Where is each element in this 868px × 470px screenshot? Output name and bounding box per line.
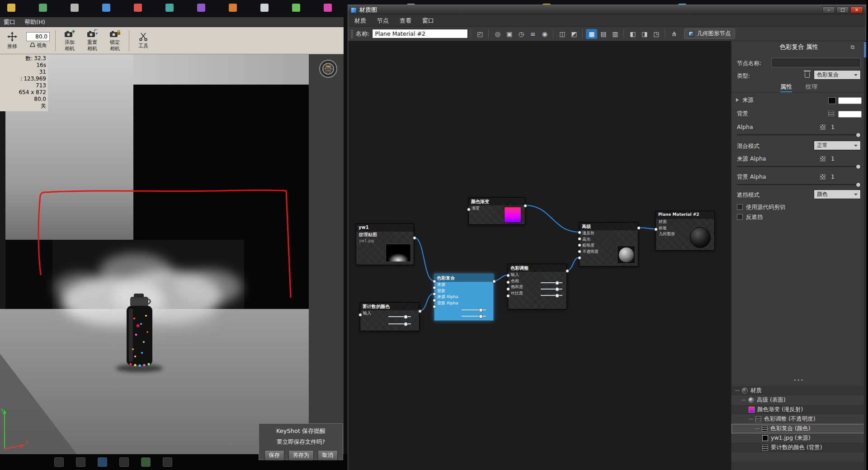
background-texture-icon[interactable] (828, 111, 834, 116)
taskbar-app-icon[interactable] (163, 457, 172, 467)
input-port[interactable] (433, 292, 436, 296)
input-port[interactable] (467, 208, 471, 211)
history-icon[interactable]: ◷ (515, 29, 527, 39)
material-name-input[interactable] (372, 29, 468, 38)
desktop-icon[interactable] (229, 4, 237, 12)
menu-material[interactable]: 材质 (354, 17, 366, 25)
desktop-icon[interactable] (324, 4, 332, 12)
texture-thumbnail[interactable] (386, 244, 411, 262)
taskbar-app-icon[interactable] (98, 457, 107, 467)
preview-icon[interactable]: ▣ (504, 29, 515, 39)
background-alpha-map-icon[interactable] (820, 174, 826, 180)
menu-help[interactable]: 帮助(H) (24, 18, 45, 26)
material-graph-titlebar[interactable]: 材质图 – □ × (348, 5, 866, 15)
tree-row-gradient[interactable]: 颜色渐变 (漫反射) (731, 405, 864, 414)
node-texture-yw1[interactable]: yw1 纹理贴图 yw1.jpg (356, 223, 414, 265)
input-port[interactable] (506, 274, 510, 277)
tools-button[interactable]: 工具 (135, 32, 152, 49)
zoom-icon[interactable]: ◎ (492, 29, 503, 39)
input-port[interactable] (506, 280, 510, 284)
fit-view-icon[interactable]: ◳ (651, 29, 662, 39)
lock-camera-button[interactable]: 锁定 相机 (106, 29, 123, 52)
use-source-clip-checkbox[interactable] (737, 204, 743, 210)
desktop-icon[interactable] (7, 4, 15, 12)
blend-mode-dropdown[interactable]: 正常 (814, 141, 861, 150)
menu-node[interactable]: 节点 (377, 17, 389, 25)
source-color-swatch[interactable] (838, 97, 862, 104)
save-as-button[interactable]: 另存为 (288, 450, 314, 461)
output-port[interactable] (492, 280, 496, 283)
output-port[interactable] (637, 226, 641, 230)
node-name-input[interactable] (771, 58, 861, 67)
connection-wire[interactable] (494, 275, 508, 281)
add-camera-button[interactable]: 添加 相机 (61, 29, 78, 52)
node-color-composite[interactable]: 色彩复合 来源 背景 来源 Alpha 背景 Alpha (434, 274, 494, 321)
input-port[interactable] (578, 243, 581, 247)
render-viewport[interactable]: 数:32.3 16s 31 :123,969 713 654 x 872 80.… (0, 54, 309, 454)
final-material-sphere[interactable] (690, 227, 711, 248)
show-textures-icon[interactable]: ▦ (586, 29, 597, 39)
delete-node-icon[interactable] (805, 72, 810, 78)
node-color-adjust[interactable]: 色彩调整 输入 色相 饱和度 对比度 (508, 264, 567, 309)
input-port[interactable] (578, 250, 581, 253)
input-port[interactable] (578, 256, 581, 260)
source-alpha-slider[interactable] (737, 166, 862, 167)
desktop-icon[interactable] (102, 4, 110, 12)
input-port[interactable] (654, 228, 658, 231)
alpha-map-icon[interactable] (820, 124, 826, 130)
node-slider[interactable] (541, 289, 562, 290)
input-port[interactable] (578, 231, 581, 234)
source-alpha-map-icon[interactable] (820, 156, 826, 161)
taskbar-app-icon[interactable] (119, 457, 129, 467)
tree-row-composite[interactable]: 色彩复合 (颜色) (731, 424, 864, 433)
output-port[interactable] (418, 309, 422, 313)
node-slider[interactable] (541, 282, 562, 283)
alpha-slider[interactable] (737, 134, 862, 135)
menu-view[interactable]: 查看 (400, 17, 411, 25)
node-slider[interactable] (388, 323, 411, 324)
maximize-button[interactable]: □ (836, 6, 849, 14)
lock-icon[interactable]: ◉ (539, 29, 550, 39)
pan-tool-button[interactable]: 推移 (4, 32, 21, 49)
minimize-button[interactable]: – (822, 6, 835, 14)
input-port[interactable] (506, 294, 510, 298)
collapse-arrow-icon[interactable] (736, 98, 739, 102)
delete-icon[interactable]: ◩ (568, 29, 580, 39)
tree-row-texture[interactable]: yw1.jpg (来源) (731, 433, 864, 443)
taskbar-app-icon[interactable] (54, 457, 64, 467)
node-count-color[interactable]: 要计数的颜色 输入 (360, 302, 420, 331)
save-button[interactable]: 保存 (264, 450, 284, 461)
output-port[interactable] (413, 236, 416, 240)
duplicate-icon[interactable]: ◫ (557, 29, 568, 39)
connection-wire[interactable] (638, 228, 656, 229)
connection-wire[interactable] (525, 205, 579, 232)
split-icon[interactable]: ⋔ (668, 29, 679, 39)
background-alpha-slider[interactable] (737, 184, 862, 185)
node-graph-canvas[interactable]: 颜色渐变 渐变 yw1 纹理贴图 yw1.jpg 色彩复合 来源 背景 来源 A… (348, 41, 731, 470)
node-slider[interactable] (462, 309, 486, 310)
input-port[interactable] (433, 299, 436, 302)
node-slider[interactable] (462, 316, 486, 317)
align-vertical-icon[interactable]: ◨ (639, 29, 650, 39)
thumbnails-icon[interactable]: ▤ (598, 29, 609, 39)
background-color-swatch[interactable] (838, 111, 862, 118)
source-color-chip[interactable] (828, 97, 836, 104)
tree-row-advanced[interactable]: 高级 (表面) (731, 395, 864, 405)
connection-wire[interactable] (420, 294, 434, 311)
toolbar-grip[interactable] (351, 30, 353, 38)
desktop-icon[interactable] (71, 4, 79, 12)
tree-row-adjust[interactable]: 色彩调整 (不透明度) (731, 414, 864, 424)
taskbar-app-icon[interactable] (141, 457, 151, 467)
desktop-icon[interactable] (165, 4, 174, 12)
reset-camera-button[interactable]: 重置 相机 (84, 29, 101, 52)
input-port[interactable] (506, 287, 510, 291)
desktop-icon[interactable] (292, 4, 300, 12)
save-icon[interactable]: ◰ (474, 29, 486, 39)
output-port[interactable] (524, 204, 527, 208)
connection-wire[interactable] (567, 257, 579, 271)
taskbar-app-icon[interactable] (76, 457, 85, 467)
material-preview-sphere[interactable] (617, 246, 635, 264)
desktop-icon[interactable] (39, 4, 47, 12)
environment-globe-button[interactable] (319, 60, 337, 78)
node-slider[interactable] (388, 316, 411, 317)
